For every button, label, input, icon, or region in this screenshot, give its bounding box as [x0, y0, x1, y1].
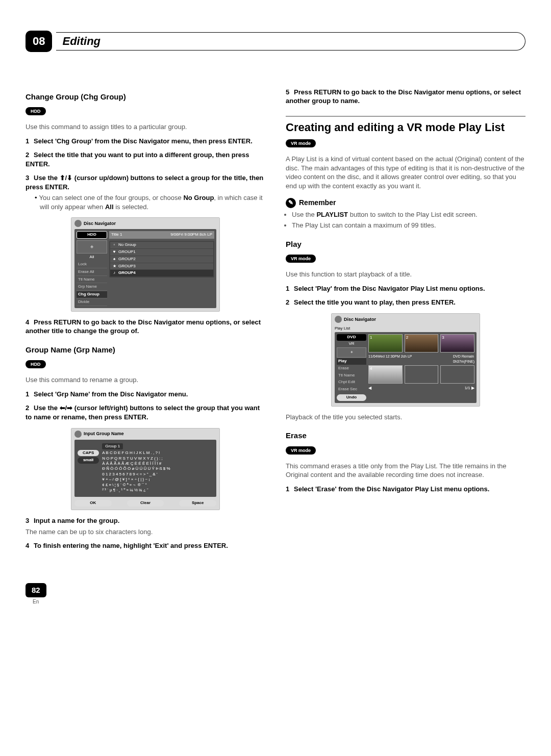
shot3-pager: ◀1/1 ▶: [368, 386, 474, 391]
chg-bold-nogroup: No Group: [183, 194, 214, 201]
page-header: 08 Editing: [26, 31, 525, 52]
shot3-menu-play: Play: [337, 358, 366, 365]
shot1-menu-ttlname: Ttl Name: [77, 276, 107, 284]
disc-icon-2: [74, 431, 82, 438]
chg-bold-all: All: [105, 203, 114, 211]
shot1-group1: ♥GROUP1: [110, 249, 213, 256]
left-column: Change Group (Chg Group) HDD Use this co…: [26, 83, 265, 552]
heading-vr-playlist: Creating and editing a VR mode Play List: [286, 116, 525, 134]
clear-button: Clear: [127, 500, 164, 507]
thumb-empty-5: [405, 365, 439, 384]
cube-icon: ◈: [77, 240, 107, 254]
play-step1: 1Select 'Play' from the Disc Navigator P…: [286, 284, 525, 293]
char-grid: A B C D E F G H I J K L M . , ? ! N O P …: [102, 450, 213, 493]
chapter-title: Editing: [62, 34, 101, 49]
page-number: 82: [26, 583, 46, 597]
chapter-number-badge: 08: [26, 31, 52, 52]
shot3-remain-val: 0h37m(FINE): [453, 360, 474, 363]
space-button: Space: [179, 500, 216, 507]
chg-bullet: •You can select one of the four groups, …: [26, 193, 265, 211]
page-footer: 82 En: [26, 583, 525, 606]
playlist-bold: PLAYLIST: [316, 211, 348, 218]
right-column: 5Press RETURN to go back to the Disc Nav…: [286, 83, 525, 552]
chg-step4: 4Press RETURN to go back to the Disc Nav…: [26, 318, 265, 336]
remember-heading: Remember: [286, 198, 525, 208]
heading-grp-name: Group Name (Grp Name): [26, 345, 265, 355]
grp-step1-text: Select 'Grp Name' from the Disc Navigato…: [34, 390, 188, 398]
vr-badge-2: VR mode: [286, 255, 316, 263]
remember-item-2: The Play List can contain a maximum of 9…: [292, 221, 525, 230]
shot1-meta: 9/06Fri 9:00PM 8ch LP: [170, 232, 212, 238]
group-name-field: Group 1: [102, 443, 123, 450]
screenshot-disc-navigator: Disc Navigator HDD ◈ All Lock Erase All …: [71, 217, 220, 311]
grp-step3-note: The name can be up to six characters lon…: [26, 527, 265, 537]
hdd-badge-2: HDD: [26, 360, 46, 368]
vr-badge-3: VR mode: [286, 446, 316, 455]
thumb-empty-6: [440, 365, 474, 384]
shot1-menu-eraseall: Erase All: [77, 269, 107, 276]
shot3-undo: Undo: [337, 394, 366, 401]
screenshot-playlist: Disc Navigator Play List DVD VR ✦ Play E…: [331, 313, 480, 407]
chg-step1-text: Select 'Chg Group' from the Disc Navigat…: [34, 137, 253, 145]
grp-step2: 2Use the ⬅/➡ (cursor left/right) buttons…: [26, 404, 265, 421]
thumb-2: 2: [405, 334, 439, 352]
grp-step5: 5Press RETURN to go back to the Disc Nav…: [286, 88, 525, 106]
play-after: Playback of the title you selected start…: [286, 413, 525, 422]
shot1-group-nogroup: ▫No Group: [110, 242, 213, 248]
arrow-up-icon: ⬆: [60, 174, 65, 182]
heading-erase: Erase: [286, 431, 525, 441]
thumb-3: 3: [440, 334, 474, 352]
shot3-remain-lbl: DVD Remain: [453, 355, 474, 358]
chg-bullet-c: is selected.: [114, 203, 149, 211]
chg-step4-text: Press RETURN to go back to the Disc Navi…: [26, 318, 261, 335]
chg-step2: 2Select the title that you want to put i…: [26, 150, 265, 168]
shot1-menu-divide: Divide: [77, 299, 107, 306]
chg-group-intro: Use this command to assign titles to a p…: [26, 122, 265, 132]
thumb-4: 4: [368, 365, 403, 384]
caps-button: CAPS: [78, 450, 99, 457]
arrow-left-icon: ⬅: [60, 404, 65, 412]
page-lang: En: [26, 598, 525, 606]
remember-label: Remember: [299, 198, 336, 208]
remember-list: Use the PLAYLIST button to switch to the…: [286, 210, 525, 230]
shot1-menu-chggroup: Chg Group: [77, 291, 107, 298]
play-step2-text: Select the title you want to play, then …: [294, 298, 456, 306]
ok-button: OK: [74, 500, 112, 507]
small-button: small: [78, 457, 99, 464]
erase-step1-text: Select 'Erase' from the Disc Navigator P…: [294, 485, 489, 493]
shot3-dvd: DVD: [337, 334, 366, 341]
remember-item-1: Use the PLAYLIST button to switch to the…: [292, 210, 525, 219]
chapter-title-wrap: Editing: [56, 32, 525, 51]
shot3-menu-ttlname: Ttl Name: [337, 372, 366, 379]
play-step2: 2Select the title you want to play, then…: [286, 298, 525, 307]
grp-step4-text: To finish entering the name, highlight '…: [34, 542, 228, 549]
thumb-1: 1: [368, 334, 403, 352]
disc-icon: [74, 220, 82, 227]
play-step1-text: Select 'Play' from the Disc Navigator Pl…: [294, 285, 485, 292]
hdd-badge: HDD: [26, 107, 46, 115]
grp-intro: Use this command to rename a group.: [26, 375, 265, 385]
heading-play: Play: [286, 239, 525, 249]
arrow-right-icon: ➡: [67, 404, 72, 412]
erase-intro: This command erases a title only from th…: [286, 462, 525, 480]
shot2-title: Input Group Name: [84, 431, 124, 437]
shot1-hdd: HDD: [77, 231, 107, 239]
grp-step4: 4To finish entering the name, highlight …: [26, 541, 265, 550]
shot1-all: All: [77, 254, 107, 261]
chg-step3: 3Use the ⬆/⬇ (cursor up/down) buttons to…: [26, 173, 265, 191]
disc-icon-3: [335, 316, 342, 323]
grp-step3: 3Input a name for the group.: [26, 516, 265, 525]
shot3-title: Disc Navigator: [344, 316, 376, 322]
shot1-title: Disc Navigator: [84, 220, 116, 226]
grp-step3-text: Input a name for the group.: [34, 517, 119, 524]
erase-step1: 1Select 'Erase' from the Disc Navigator …: [286, 485, 525, 494]
screenshot-input-group-name: Input Group Name CAPS small Group 1 A B …: [71, 428, 220, 511]
chg-step1: 1Select 'Chg Group' from the Disc Naviga…: [26, 137, 265, 146]
grp-step1: 1Select 'Grp Name' from the Disc Navigat…: [26, 390, 265, 399]
shot1-group4: ♪GROUP4: [110, 270, 213, 276]
shot1-group3: ★GROUP3: [110, 263, 213, 270]
shot1-group2: ♠GROUP2: [110, 256, 213, 263]
shot1-menu-lock: Lock: [77, 261, 107, 268]
vr-badge-1: VR mode: [286, 139, 316, 147]
grp-step2-a: Use the: [34, 404, 60, 412]
